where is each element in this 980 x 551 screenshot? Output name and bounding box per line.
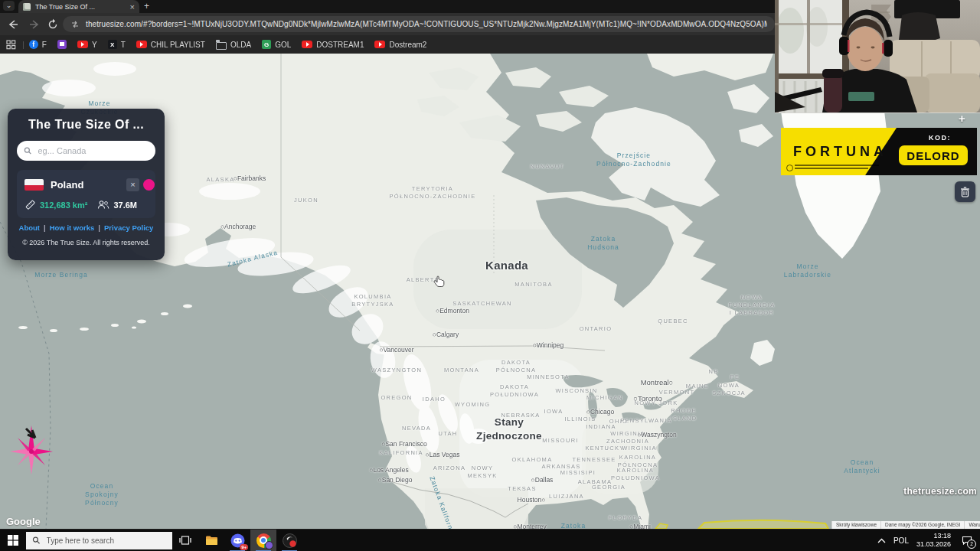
clock-time: 13:18	[916, 532, 951, 540]
panel-link-about[interactable]: About	[19, 223, 40, 232]
youtube-icon	[302, 41, 312, 48]
bookmark-label: OLDA	[230, 41, 251, 49]
map-attribution: Skróty klawiszoweDane mapy ©2026 Google,…	[831, 521, 980, 529]
file-explorer-button[interactable]	[198, 530, 224, 551]
new-tab-button[interactable]: +	[144, 1, 149, 12]
bookmark-label: GOL	[275, 41, 291, 49]
g-icon: G	[262, 40, 271, 49]
search-icon	[24, 146, 31, 155]
bookmark-label: Y	[92, 41, 97, 49]
bookmark-olda[interactable]: OLDA	[216, 40, 251, 50]
country-name: Poland	[51, 179, 83, 191]
windows-logo-icon	[8, 535, 18, 546]
banner-promo-code: DELORD	[899, 145, 968, 165]
delete-button[interactable]	[955, 181, 975, 202]
age-badge-icon	[786, 165, 793, 171]
folder-icon	[216, 42, 227, 50]
country-population: 37.6M	[113, 201, 137, 210]
reload-icon[interactable]	[46, 18, 60, 31]
clock[interactable]: 13:18 31.03.2026	[916, 532, 951, 549]
banner-disclaimer-line	[795, 165, 879, 166]
search-icon	[32, 536, 41, 545]
panel-links: About|How it works|Privacy Policy	[8, 223, 165, 232]
taskbar-search[interactable]	[26, 532, 172, 549]
bookmark-dostream1[interactable]: DOSTREAM1	[302, 41, 364, 49]
tray-expand-icon[interactable]	[877, 538, 886, 543]
bookmark-chil-playlist[interactable]: CHIL PLAYLIST	[136, 41, 205, 49]
windows-taskbar: 9+ POL 13:18	[0, 529, 980, 551]
action-center-button[interactable]: 2	[959, 532, 975, 549]
site-settings-icon[interactable]	[70, 20, 80, 29]
language-indicator[interactable]: POL	[893, 536, 909, 545]
banner-disclaimer-line	[795, 168, 868, 169]
youtube-icon	[77, 41, 88, 48]
twitch-icon	[57, 40, 67, 49]
country-card: Poland × 312,683 km²	[17, 170, 155, 218]
facebook-icon: f	[29, 40, 38, 49]
discord-badge: 9+	[240, 544, 248, 550]
tab-search-button[interactable]: ⌄	[3, 1, 15, 11]
chrome-profile-badge	[265, 541, 273, 549]
browser-tab[interactable]: The True Size Of ... ×	[18, 0, 139, 13]
attribution-item[interactable]: Dane mapy ©2026 Google, INEGI	[880, 521, 964, 529]
youtube-icon	[136, 41, 147, 48]
truesize-panel: The True Size Of ... Poland ×	[8, 109, 165, 260]
banner-brand: FORTUNA	[793, 144, 887, 160]
google-maps-logo: Google	[6, 516, 41, 527]
task-view-button[interactable]	[172, 530, 198, 551]
panel-link-how-it-works[interactable]: How it works	[50, 223, 95, 232]
bookmark-t[interactable]: XT	[108, 40, 126, 49]
clock-date: 31.03.2026	[916, 540, 951, 549]
ruler-icon	[24, 199, 36, 210]
url-bar[interactable]: thetruesize.com/#?borders=1~!MTUxNjU3ODY…	[63, 16, 775, 32]
bookmark-label: F	[42, 41, 47, 49]
notification-badge: 2	[967, 540, 976, 549]
url-text[interactable]: thetruesize.com/#?borders=1~!MTUxNjU3ODY…	[86, 20, 767, 28]
tab-title: The True Size Of ...	[35, 3, 127, 11]
attribution-item[interactable]: Skróty klawiszowe	[831, 521, 880, 529]
panel-title: The True Size Of ...	[8, 118, 165, 132]
forward-icon[interactable]	[28, 18, 41, 31]
bookmark-label: DOSTREAM1	[316, 41, 364, 49]
chrome-button[interactable]	[250, 530, 276, 551]
start-button[interactable]	[0, 530, 26, 551]
bookmark-dostream2[interactable]: Dostream2	[374, 41, 426, 49]
youtube-icon	[374, 41, 385, 48]
panel-link-privacy-policy[interactable]: Privacy Policy	[104, 223, 153, 232]
poland-flag-icon	[24, 179, 44, 191]
add-country-button[interactable]: +	[959, 112, 965, 125]
link-separator: |	[98, 223, 100, 232]
folder-icon	[205, 535, 218, 546]
banner-kod-label: KOD:	[929, 134, 951, 142]
tab-close-icon[interactable]: ×	[130, 2, 135, 11]
population-icon	[97, 200, 109, 210]
country-search[interactable]	[17, 141, 155, 161]
bookmark-twitch[interactable]	[57, 40, 67, 49]
bookmark-y[interactable]: Y	[77, 41, 97, 49]
apps-grid-icon[interactable]	[6, 40, 16, 50]
taskbar-search-input[interactable]	[45, 536, 166, 546]
task-view-icon	[179, 535, 191, 546]
back-icon[interactable]	[6, 18, 20, 31]
bookmark-label: CHIL PLAYLIST	[151, 41, 205, 49]
trash-icon	[960, 187, 970, 197]
bookmark-label: T	[121, 41, 126, 49]
obs-button[interactable]	[276, 530, 302, 551]
bookmark-f[interactable]: fF	[29, 40, 47, 49]
site-watermark: thetruesize.com	[903, 486, 977, 497]
obs-icon	[283, 533, 297, 548]
discord-button[interactable]: 9+	[224, 530, 250, 551]
webcam-scene	[775, 0, 980, 112]
remove-country-button[interactable]: ×	[126, 178, 139, 191]
screen: KanadaStany ZjednoczoneALASKAJUKONNUNAVU…	[0, 0, 980, 551]
tab-favicon	[23, 3, 31, 11]
sponsor-banner: FORTUNA KOD: DELORD	[781, 128, 977, 175]
bookmarks-separator: |	[22, 40, 24, 49]
webcam-overlay	[775, 0, 980, 113]
search-input[interactable]	[36, 145, 149, 156]
attribution-item[interactable]: Warunki	[964, 521, 980, 529]
bookmark-gol[interactable]: GGOL	[262, 40, 291, 49]
country-color-swatch[interactable]	[143, 179, 155, 191]
chrome-icon	[256, 533, 271, 548]
bookmark-label: Dostream2	[389, 41, 426, 49]
